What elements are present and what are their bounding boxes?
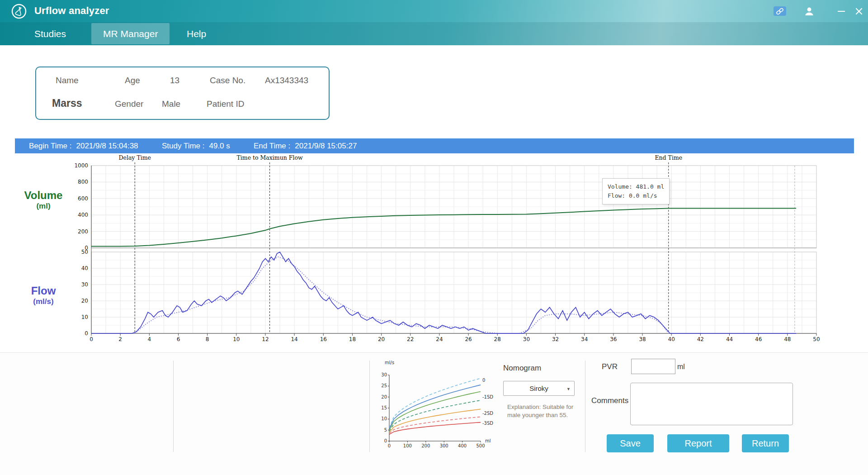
uroflow-chart[interactable]: 0246810121416182022242628303234363840424… <box>0 153 868 352</box>
flow-axis-title: Flow (ml/s) <box>16 285 71 306</box>
svg-text:26: 26 <box>465 336 472 342</box>
svg-text:24: 24 <box>436 336 443 342</box>
svg-text:400: 400 <box>458 443 467 448</box>
svg-text:0: 0 <box>482 378 485 383</box>
svg-text:2: 2 <box>118 336 122 342</box>
report-button[interactable]: Report <box>667 434 729 452</box>
svg-text:500: 500 <box>476 443 485 448</box>
end-time-label: End Time : <box>254 142 290 150</box>
svg-text:600: 600 <box>78 195 88 202</box>
nomogram-chart: ml/sml05101520253001002003004005000-1SD-… <box>377 357 499 453</box>
svg-text:ml: ml <box>485 438 491 443</box>
svg-text:200: 200 <box>421 443 430 448</box>
user-icon <box>804 6 815 17</box>
close-button[interactable] <box>852 0 866 22</box>
close-icon <box>855 8 863 15</box>
chevron-down-icon: ▼ <box>566 387 571 391</box>
minimize-button[interactable] <box>835 0 848 22</box>
svg-text:10: 10 <box>381 416 387 421</box>
svg-text:20: 20 <box>81 298 88 304</box>
volume-axis-title: Volume (ml) <box>16 189 71 211</box>
svg-text:-2SD: -2SD <box>482 411 493 416</box>
svg-text:0: 0 <box>85 330 88 337</box>
svg-text:25: 25 <box>381 383 387 388</box>
svg-text:50: 50 <box>81 249 88 255</box>
user-account-button[interactable] <box>801 0 817 22</box>
svg-text:800: 800 <box>78 179 88 185</box>
svg-text:-1SD: -1SD <box>482 394 493 399</box>
svg-text:End Time: End Time <box>655 154 682 161</box>
svg-text:100: 100 <box>403 443 412 448</box>
link-icon <box>774 6 786 16</box>
svg-text:8: 8 <box>206 336 209 342</box>
header: Urflow analyzer <box>0 0 868 45</box>
link-button[interactable] <box>772 0 788 22</box>
svg-text:40: 40 <box>81 265 88 271</box>
end-time: End Time :2021/9/8 15:05:27 <box>254 138 357 153</box>
svg-text:0: 0 <box>388 443 391 448</box>
patient-gender-label: Gender <box>115 98 143 110</box>
svg-text:16: 16 <box>320 336 327 342</box>
app-title: Urflow analyzer <box>34 5 109 17</box>
minimize-icon <box>838 11 845 12</box>
patient-age-value: 13 <box>170 75 179 86</box>
svg-text:14: 14 <box>291 336 297 342</box>
divider <box>585 361 585 452</box>
patient-gender-value: Male <box>162 98 180 110</box>
comments-textarea[interactable] <box>630 383 793 425</box>
svg-text:20: 20 <box>381 394 387 399</box>
tooltip-flow-line: Flow: 0.0 ml/s <box>608 191 664 200</box>
svg-text:32: 32 <box>552 336 559 342</box>
tooltip-volume-line: Volume: 481.0 ml <box>608 182 664 191</box>
end-time-value: 2021/9/8 15:05:27 <box>295 142 357 150</box>
flow-axis-title-text: Flow <box>16 285 71 297</box>
svg-text:28: 28 <box>494 336 501 342</box>
save-button[interactable]: Save <box>607 434 654 452</box>
svg-text:1000: 1000 <box>74 162 88 169</box>
svg-text:22: 22 <box>407 336 414 342</box>
patient-name-value: Marss <box>52 97 82 109</box>
menu-item-mr-manager[interactable]: MR Manager <box>91 23 170 44</box>
nomogram-explanation: Explanation: Suitable for male younger t… <box>507 403 575 419</box>
svg-text:30: 30 <box>381 372 387 377</box>
begin-time-label: Begin Time : <box>29 142 72 150</box>
svg-text:18: 18 <box>349 336 356 342</box>
volume-axis-unit: (ml) <box>16 202 71 211</box>
svg-text:48: 48 <box>784 336 791 342</box>
svg-text:50: 50 <box>813 336 820 342</box>
svg-text:30: 30 <box>523 336 530 342</box>
title-bar: Urflow analyzer <box>0 0 868 22</box>
nomogram-label: Nomogram <box>503 364 541 373</box>
svg-text:6: 6 <box>177 336 180 342</box>
app-logo-flask-icon <box>11 3 27 19</box>
menu-item-studies[interactable]: Studies <box>34 22 66 45</box>
svg-text:42: 42 <box>697 336 704 342</box>
svg-text:ml/s: ml/s <box>385 360 394 365</box>
svg-text:38: 38 <box>639 336 646 342</box>
svg-text:5: 5 <box>384 428 387 432</box>
svg-text:0: 0 <box>384 438 387 443</box>
study-time-label: Study Time : <box>162 142 204 150</box>
pvr-label: PVR <box>602 359 618 375</box>
svg-text:Time to Maximun Flow: Time to Maximun Flow <box>236 154 303 161</box>
flow-axis-unit: (ml/s) <box>16 297 71 306</box>
svg-text:12: 12 <box>262 336 269 342</box>
study-time-value: 49.0 s <box>209 142 230 150</box>
patient-name-label: Name <box>56 75 79 86</box>
svg-text:300: 300 <box>440 443 448 448</box>
nomogram-selected-value: Siroky <box>529 385 548 392</box>
begin-time: Begin Time :2021/9/8 15:04:38 <box>29 138 138 153</box>
patient-id-label: Patient ID <box>207 98 244 110</box>
uroflow-chart-area: 0246810121416182022242628303234363840424… <box>0 153 868 352</box>
pvr-input[interactable] <box>631 359 675 374</box>
svg-text:15: 15 <box>381 405 387 410</box>
patient-case-value: Ax1343343 <box>265 75 308 86</box>
return-button[interactable]: Return <box>742 434 789 452</box>
divider <box>369 361 370 452</box>
menu-item-help[interactable]: Help <box>187 22 206 45</box>
divider <box>173 361 174 452</box>
nomogram-select[interactable]: Siroky ▼ <box>503 381 575 396</box>
svg-text:200: 200 <box>78 228 88 235</box>
urflow-analyzer-window: Urflow analyzer <box>0 0 868 475</box>
svg-text:30: 30 <box>81 281 88 288</box>
